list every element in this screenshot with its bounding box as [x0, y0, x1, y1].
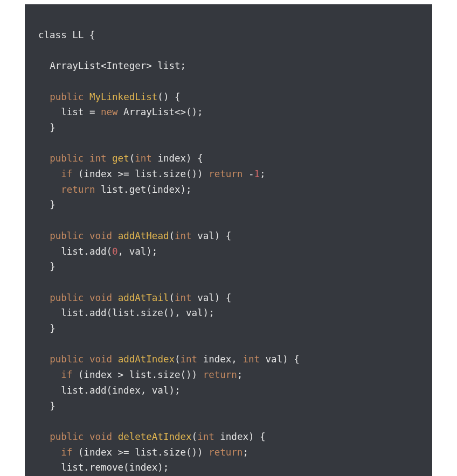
code-token [84, 153, 89, 164]
code-token: list.get(index); [95, 184, 191, 195]
code-token: 1 [254, 169, 260, 179]
code-token: } [27, 122, 56, 133]
code-token: } [27, 199, 56, 210]
code-content[interactable]: class LL { ArrayList<Integer> list; publ… [27, 30, 300, 476]
code-token: val) { [192, 230, 232, 241]
code-token: if [61, 169, 72, 179]
code-token: ( [169, 230, 175, 241]
code-token: , val); [118, 246, 158, 257]
code-token: void [89, 431, 112, 442]
code-token: ArrayList<Integer> list; [27, 60, 186, 71]
code-token [84, 431, 89, 442]
code-token: 0 [112, 246, 118, 257]
code-token: } [27, 401, 56, 411]
code-block[interactable]: class LL { ArrayList<Integer> list; publ… [25, 4, 432, 476]
code-token: void [89, 230, 112, 241]
code-token: ( [129, 153, 135, 164]
code-token: return [61, 184, 95, 195]
code-token: get [112, 153, 129, 164]
code-token: index, [197, 354, 243, 365]
code-token [112, 292, 118, 303]
code-token [27, 169, 61, 179]
code-token: class LL { [38, 30, 95, 40]
code-token [84, 354, 89, 365]
code-token: list.add(index, val); [27, 385, 180, 396]
code-token: public [50, 153, 84, 164]
code-token: addAtIndex [118, 354, 175, 365]
code-token [107, 153, 113, 164]
code-token: int [197, 431, 214, 442]
code-token [84, 230, 89, 241]
code-token [27, 92, 50, 102]
code-token: new [101, 107, 118, 117]
code-token: list.add(list.size(), val); [27, 307, 214, 318]
code-token: index) { [214, 431, 266, 442]
code-token: int [181, 354, 198, 365]
code-token: (index > list.size()) [72, 369, 203, 380]
code-token: - [243, 169, 254, 179]
code-token: void [89, 354, 112, 365]
code-token: ; [237, 369, 243, 380]
code-token: index) { [152, 153, 203, 164]
code-token [84, 292, 89, 303]
code-token: ( [169, 292, 175, 303]
code-token [27, 292, 50, 303]
code-token [84, 92, 89, 102]
code-token [27, 447, 61, 458]
code-token: (index >= list.size()) [72, 169, 209, 179]
code-token: list.add( [27, 246, 112, 257]
code-token [27, 369, 61, 380]
code-token: public [50, 230, 84, 241]
code-token: public [50, 431, 84, 442]
code-token [112, 431, 118, 442]
code-token: val) { [192, 292, 232, 303]
code-token: public [50, 354, 84, 365]
code-token: public [50, 292, 84, 303]
code-token: } [27, 323, 56, 334]
code-token: val) { [260, 354, 300, 365]
code-token: int [243, 354, 260, 365]
code-token: } [27, 261, 56, 272]
code-token: if [61, 369, 72, 380]
code-token: return [209, 169, 243, 179]
code-token [27, 153, 50, 164]
code-token: ; [243, 447, 248, 458]
code-token: list.remove(index); [27, 462, 169, 473]
code-token [27, 354, 50, 365]
code-token [27, 230, 50, 241]
code-token: deleteAtIndex [118, 431, 192, 442]
code-token: addAtHead [118, 230, 169, 241]
code-token: addAtTail [118, 292, 169, 303]
code-token: int [175, 230, 192, 241]
code-token: ( [192, 431, 198, 442]
code-token: () { [157, 92, 180, 102]
code-token: ArrayList<>(); [118, 107, 203, 117]
code-token [27, 431, 50, 442]
code-token [112, 230, 118, 241]
code-token [27, 184, 61, 195]
code-token: if [61, 447, 72, 458]
code-token: return [209, 447, 243, 458]
code-token: int [135, 153, 152, 164]
code-token [112, 354, 118, 365]
code-token: ; [260, 169, 266, 179]
code-token: return [203, 369, 237, 380]
code-token: list = [27, 107, 101, 117]
code-token: ( [175, 354, 181, 365]
code-token: MyLinkedList [89, 92, 157, 102]
code-token: (index >= list.size()) [72, 447, 209, 458]
code-token: int [89, 153, 107, 164]
code-token: void [89, 292, 112, 303]
code-token: int [175, 292, 192, 303]
code-token: public [50, 92, 84, 102]
